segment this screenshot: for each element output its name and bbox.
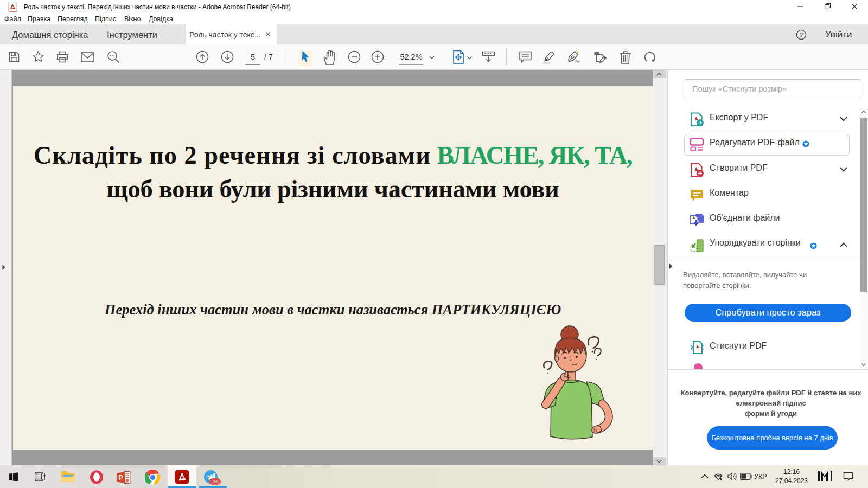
svg-text:?: ? xyxy=(800,31,803,38)
svg-text:P: P xyxy=(118,474,123,481)
